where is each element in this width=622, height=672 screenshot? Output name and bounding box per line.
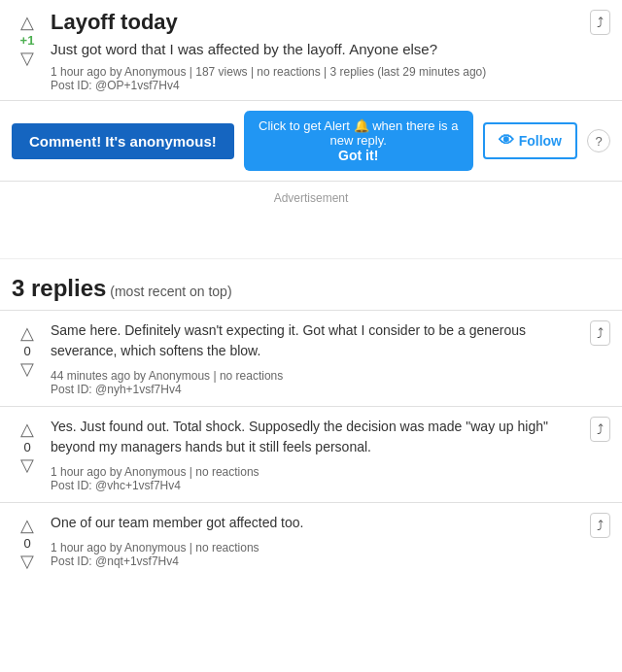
vote-column: △ +1 ▽ xyxy=(12,10,43,69)
reply-body: Yes. Just found out. Total shock. Suppos… xyxy=(51,417,582,457)
replies-title: 3 replies xyxy=(12,275,106,301)
reply-meta-text: 1 hour ago by Anonymous | no reactions xyxy=(51,465,259,479)
reply-meta-text: 1 hour ago by Anonymous | no reactions xyxy=(51,541,259,554)
reply-meta: 1 hour ago by Anonymous | no reactions P… xyxy=(51,465,582,492)
help-button[interactable]: ? xyxy=(587,129,610,152)
reply-share-button[interactable]: ⤴ xyxy=(590,417,610,442)
upvote-button[interactable]: △ xyxy=(18,12,36,33)
replies-subtitle: (most recent on top) xyxy=(110,284,231,299)
reply-content: Yes. Just found out. Total shock. Suppos… xyxy=(51,417,582,492)
advertisement-label: Advertisement xyxy=(274,191,349,205)
post-title: Layoff today xyxy=(51,10,610,35)
downvote-button[interactable]: ▽ xyxy=(18,48,36,69)
reply-share-button[interactable]: ⤴ xyxy=(590,320,610,346)
reply-item: △ 0 ▽ Same here. Definitely wasn't expec… xyxy=(0,310,622,406)
follow-button[interactable]: 👁 Follow xyxy=(483,122,577,159)
reply-meta: 44 minutes ago by Anonymous | no reactio… xyxy=(51,369,582,396)
reply-item: △ 0 ▽ Yes. Just found out. Total shock. … xyxy=(0,406,622,502)
post-body: Just got word that I was affected by the… xyxy=(51,41,610,57)
reply-upvote-button[interactable]: △ xyxy=(18,322,36,344)
alert-text: Click to get Alert 🔔 when there is a new… xyxy=(259,118,458,148)
reply-post-id-label: Post ID: xyxy=(51,554,92,568)
share-icon: ⤴ xyxy=(597,15,604,30)
post-id-value: @OP+1vsf7Hv4 xyxy=(95,79,180,92)
advertisement-area: Advertisement xyxy=(0,182,622,259)
post-meta: 1 hour ago by Anonymous | 187 views | no… xyxy=(51,65,610,92)
reply-post-id: @vhc+1vsf7Hv4 xyxy=(95,479,181,492)
reply-vote-count: 0 xyxy=(23,344,30,358)
post-id-label: Post ID: xyxy=(51,79,92,92)
reply-post-id: @nqt+1vsf7Hv4 xyxy=(95,554,179,568)
reply-meta-text: 44 minutes ago by Anonymous | no reactio… xyxy=(51,369,283,383)
reply-upvote-button[interactable]: △ xyxy=(18,419,36,440)
post-header: △ +1 ▽ Layoff today Just got word that I… xyxy=(0,0,622,101)
action-bar: Comment! It's anonymous! Click to get Al… xyxy=(0,101,622,182)
follow-label: Follow xyxy=(519,133,562,149)
share-icon: ⤴ xyxy=(597,325,604,341)
eye-icon: 👁 xyxy=(499,132,514,150)
reply-downvote-button[interactable]: ▽ xyxy=(18,454,36,476)
reply-downvote-button[interactable]: ▽ xyxy=(18,358,36,380)
vote-count: +1 xyxy=(20,33,35,48)
alert-bubble[interactable]: Click to get Alert 🔔 when there is a new… xyxy=(244,111,473,171)
reply-body: One of our team member got affected too. xyxy=(51,513,582,533)
reply-content: Same here. Definitely wasn't expecting i… xyxy=(51,320,582,396)
reply-body: Same here. Definitely wasn't expecting i… xyxy=(51,320,582,361)
reply-vote-count: 0 xyxy=(23,536,30,551)
reply-vote-column: △ 0 ▽ xyxy=(12,417,43,476)
reply-vote-column: △ 0 ▽ xyxy=(12,320,43,380)
post-content: Layoff today Just got word that I was af… xyxy=(51,10,610,92)
reply-post-id: @nyh+1vsf7Hv4 xyxy=(95,383,182,396)
reply-upvote-button[interactable]: △ xyxy=(18,515,36,536)
post-share-button[interactable]: ⤴ xyxy=(590,10,610,35)
reply-share-button[interactable]: ⤴ xyxy=(590,513,610,538)
reply-meta: 1 hour ago by Anonymous | no reactions P… xyxy=(51,541,582,568)
replies-list: △ 0 ▽ Same here. Definitely wasn't expec… xyxy=(0,310,622,582)
share-icon: ⤴ xyxy=(597,421,604,437)
reply-vote-count: 0 xyxy=(23,440,30,454)
reply-content: One of our team member got affected too.… xyxy=(51,513,582,568)
replies-header: 3 replies (most recent on top) xyxy=(0,259,622,310)
reply-post-id-label: Post ID: xyxy=(51,479,92,492)
reply-downvote-button[interactable]: ▽ xyxy=(18,551,36,572)
reply-post-id-label: Post ID: xyxy=(51,383,92,396)
share-icon: ⤴ xyxy=(597,518,604,533)
reply-vote-column: △ 0 ▽ xyxy=(12,513,43,572)
post-meta-text: 1 hour ago by Anonymous | 187 views | no… xyxy=(51,65,486,79)
got-it-label: Got it! xyxy=(258,148,460,163)
reply-item: △ 0 ▽ One of our team member got affecte… xyxy=(0,502,622,582)
comment-button[interactable]: Comment! It's anonymous! xyxy=(12,123,234,159)
